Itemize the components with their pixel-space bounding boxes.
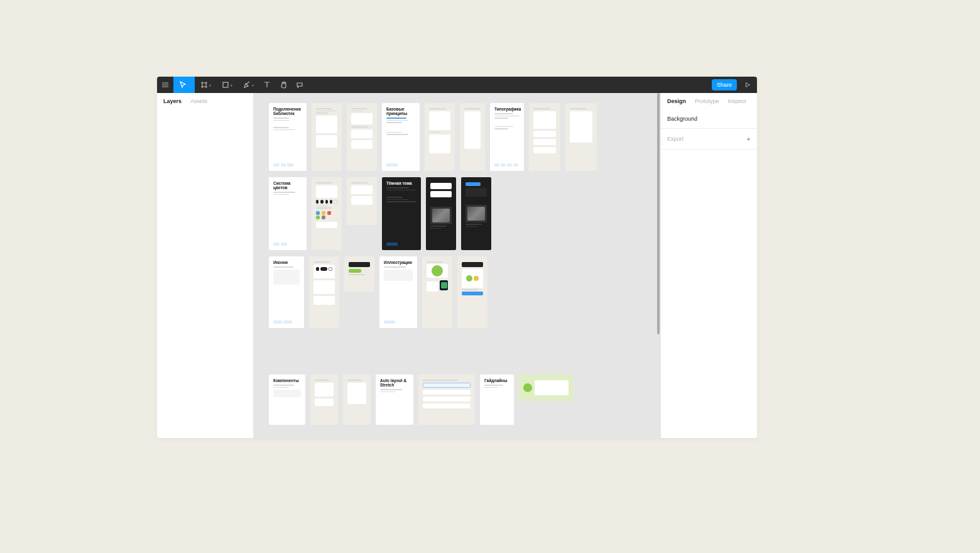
canvas-row: Иконки — [269, 256, 645, 328]
frame-thumb[interactable] — [347, 103, 377, 171]
canvas-scrollbar[interactable] — [656, 93, 660, 438]
frame-thumb[interactable] — [312, 103, 342, 171]
frame-thumb[interactable] — [312, 177, 342, 250]
tab-assets[interactable]: Assets — [190, 98, 207, 104]
svg-rect-0 — [223, 82, 228, 87]
tab-layers[interactable]: Layers — [163, 98, 182, 104]
chevron-down-icon: ▾ — [252, 83, 254, 87]
frame-icon — [200, 81, 208, 89]
frame-guidelines[interactable]: Гайдлайны — [480, 375, 514, 425]
text-tool[interactable] — [259, 77, 275, 93]
text-icon — [263, 81, 271, 89]
frame-colors[interactable]: Система цветов — [269, 177, 307, 250]
frame-title: Гайдлайны — [484, 378, 509, 383]
chevron-down-icon: ▾ — [188, 83, 190, 87]
frame-thumb[interactable] — [310, 375, 338, 425]
frame-thumb[interactable] — [344, 256, 374, 292]
export-label: Export — [667, 136, 683, 142]
frame-thumb[interactable] — [529, 103, 560, 171]
frame-thumb[interactable] — [460, 103, 485, 171]
frame-tool[interactable]: ▾ — [195, 77, 216, 93]
frame-libraries[interactable]: Подключение библиотек — [269, 103, 307, 171]
frame-thumb[interactable] — [422, 256, 452, 328]
right-panel-tabs: Design Prototype Inspect — [661, 93, 757, 109]
comment-tool[interactable] — [291, 77, 308, 93]
menu-button[interactable] — [157, 77, 173, 93]
frame-typography[interactable]: Типографика — [490, 103, 524, 171]
frame-title: Иллюстрации — [384, 260, 413, 265]
canvas-row: Компоненты Auto layout & Stretch — [269, 375, 645, 425]
left-panel: Layers Assets — [157, 93, 254, 438]
canvas-row: Система цветов — [269, 177, 645, 250]
frame-icons[interactable]: Иконки — [269, 256, 304, 328]
tab-inspect[interactable]: Inspect — [728, 98, 746, 104]
canvas-row: Подключение библиотек — [269, 103, 645, 171]
frame-thumb[interactable] — [457, 256, 487, 328]
frame-title: Компоненты — [273, 378, 301, 383]
present-button[interactable] — [741, 77, 754, 93]
right-panel: Design Prototype Inspect Background Expo… — [660, 93, 757, 438]
frame-thumb[interactable] — [461, 177, 491, 250]
frame-title: Система цветов — [273, 181, 302, 190]
rectangle-icon — [222, 81, 229, 89]
toolbar: ▾ ▾ ▾ ▾ Share — [157, 77, 757, 93]
play-icon — [744, 82, 751, 88]
frame-principles[interactable]: Базовые принципы — [382, 103, 420, 171]
frame-title: Типографика — [494, 107, 520, 111]
main-area: Layers Assets Подключение библиотек — [157, 93, 757, 438]
frame-title: Иконки — [273, 260, 300, 265]
frame-title: Подключение библиотек — [273, 107, 302, 116]
left-panel-tabs: Layers Assets — [157, 93, 253, 109]
frame-thumb[interactable] — [425, 103, 455, 171]
export-section[interactable]: Export + — [661, 129, 757, 150]
frame-autolayout[interactable]: Auto layout & Stretch — [376, 375, 413, 425]
canvas[interactable]: Подключение библиотек — [254, 93, 660, 438]
hand-icon — [280, 81, 287, 89]
scrollbar-thumb[interactable] — [657, 93, 660, 334]
menu-icon — [161, 81, 169, 89]
frame-thumb[interactable] — [426, 177, 456, 250]
frame-thumb[interactable] — [418, 375, 475, 425]
frame-thumb[interactable] — [565, 103, 597, 171]
figma-window: ▾ ▾ ▾ ▾ Share — [157, 77, 757, 438]
background-section[interactable]: Background — [661, 109, 757, 129]
cursor-icon — [179, 81, 187, 89]
shape-tool[interactable]: ▾ — [216, 77, 237, 93]
frame-title: Базовые принципы — [386, 107, 415, 116]
plus-icon[interactable]: + — [747, 135, 751, 143]
frame-thumb[interactable] — [309, 256, 339, 328]
share-label: Share — [717, 82, 732, 88]
frame-components[interactable]: Компоненты — [269, 375, 305, 425]
chevron-down-icon: ▾ — [209, 83, 211, 87]
move-tool[interactable]: ▾ — [173, 77, 195, 93]
pen-tool[interactable]: ▾ — [237, 77, 259, 93]
share-button[interactable]: Share — [712, 79, 737, 90]
comment-icon — [296, 81, 303, 89]
hand-tool[interactable] — [275, 77, 291, 93]
frame-thumb[interactable] — [347, 177, 377, 225]
tab-prototype[interactable]: Prototype — [695, 98, 719, 104]
frame-thumb[interactable] — [519, 375, 573, 401]
frame-title: Auto layout & Stretch — [380, 378, 409, 387]
chevron-down-icon: ▾ — [231, 83, 232, 87]
frame-thumb[interactable] — [343, 375, 371, 425]
tab-design[interactable]: Design — [667, 98, 686, 104]
frame-dark-theme[interactable]: Тёмная тема — [382, 177, 421, 250]
background-label: Background — [667, 116, 697, 122]
frame-title: Тёмная тема — [386, 181, 416, 185]
frame-illustrations[interactable]: Иллюстрации — [379, 256, 417, 328]
pen-icon — [243, 81, 251, 89]
